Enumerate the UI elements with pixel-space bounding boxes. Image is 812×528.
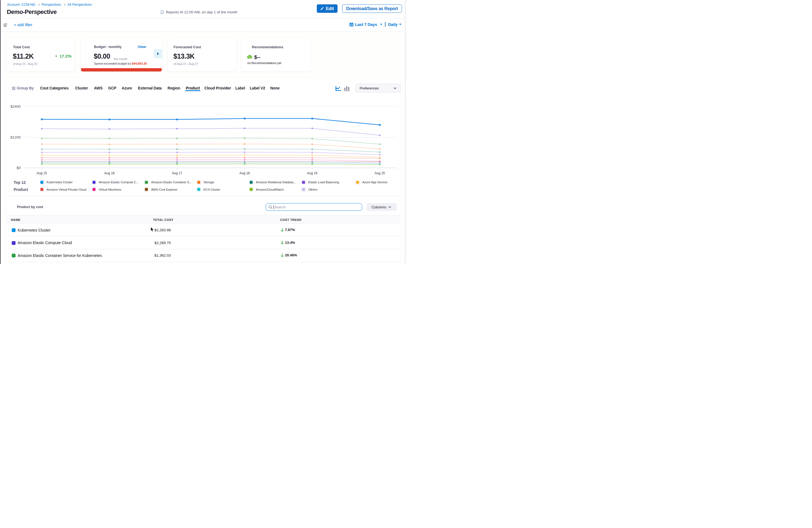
svg-text:Aug 17: Aug 17 xyxy=(172,171,182,175)
svg-text:Aug 15: Aug 15 xyxy=(37,171,47,175)
svg-text:Aug 18: Aug 18 xyxy=(239,171,250,175)
svg-text:$0: $0 xyxy=(16,166,20,170)
svg-text:Aug 16: Aug 16 xyxy=(104,171,114,175)
svg-text:Aug 19: Aug 19 xyxy=(307,171,317,175)
svg-text:Aug 20: Aug 20 xyxy=(374,171,385,175)
svg-text:$1200: $1200 xyxy=(10,135,21,140)
svg-text:$2400: $2400 xyxy=(10,104,21,108)
